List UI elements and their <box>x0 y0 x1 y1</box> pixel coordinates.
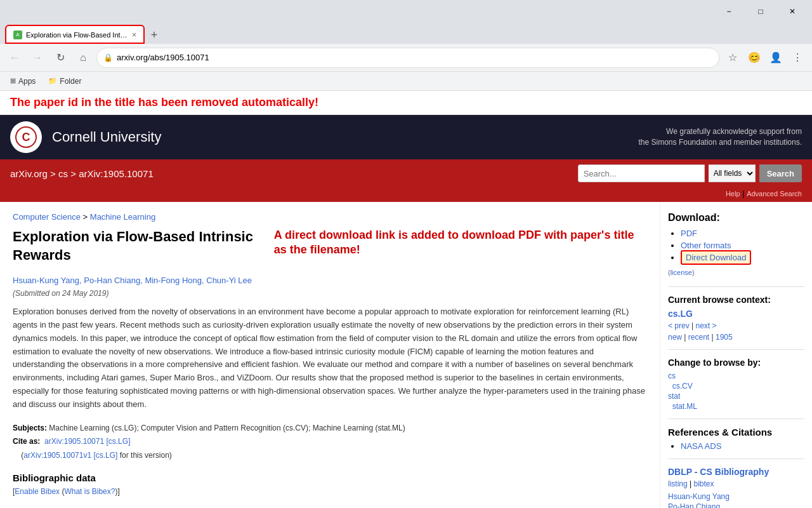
bookmark-folder[interactable]: 📁 Folder <box>46 76 84 87</box>
tab-title: Exploration via Flow-Based Intrin... <box>26 31 128 39</box>
main-area: Computer Science > Machine Learning Expl… <box>0 202 812 508</box>
cornell-name: Cornell University <box>52 129 161 145</box>
dblp-title: DBLP - CS Bibliography <box>668 467 804 477</box>
search-button[interactable]: Search <box>759 164 802 182</box>
home-button[interactable]: ⌂ <box>74 48 93 67</box>
new-link[interactable]: new <box>668 333 682 342</box>
cite-as-link[interactable]: arXiv:1905.10071 [cs.LG] <box>44 437 130 446</box>
direct-download-link[interactable]: Direct Download <box>686 253 746 262</box>
close-button[interactable]: ✕ <box>778 0 807 22</box>
prev-link[interactable]: < prev <box>668 321 690 330</box>
sidebar: Download: PDF Other formats Direct Downl… <box>660 202 812 508</box>
advanced-search-link[interactable]: Advanced Search <box>747 190 802 197</box>
license-link[interactable]: license <box>671 269 692 276</box>
cs-lg-link[interactable]: cs.LG <box>668 309 693 319</box>
forward-button[interactable]: → <box>28 48 47 67</box>
simons-support-text: We gratefully acknowledge support from t… <box>639 126 802 148</box>
nasa-ads-link[interactable]: NASA ADS <box>681 441 721 451</box>
stat-browse-link[interactable]: stat <box>668 392 804 401</box>
browse-nav-links: < prev | next > <box>668 321 804 330</box>
direct-download-item: Direct Download <box>681 253 804 262</box>
pdf-link[interactable]: PDF <box>681 229 697 238</box>
folder-icon: 📁 <box>48 77 57 85</box>
arxiv-header: C Cornell University We gratefully ackno… <box>0 115 812 202</box>
download-list: PDF Other formats Direct Download <box>668 229 804 262</box>
address-bar[interactable]: 🔒 <box>96 48 719 68</box>
breadcrumb-cs-link[interactable]: cs <box>58 168 68 179</box>
paper-title-row: Exploration via Flow-Based Intrinsic Rew… <box>13 228 647 269</box>
abstract: Exploration bonuses derived from the nov… <box>13 305 647 411</box>
subjects-row: Subjects: Machine Learning (cs.LG); Comp… <box>13 422 647 436</box>
apps-label: Apps <box>18 77 36 86</box>
extension-button[interactable]: 😊 <box>745 48 764 67</box>
dblp-author-1[interactable]: Hsuan-Kung Yang <box>668 492 804 501</box>
divider-2 <box>668 349 804 350</box>
cite-as-value: arXiv:1905.10071 [cs.LG] <box>43 437 131 446</box>
profile-button[interactable]: 👤 <box>766 48 785 67</box>
new-tab-button[interactable]: + <box>145 26 164 44</box>
divider-4 <box>668 458 804 459</box>
refresh-button[interactable]: ↻ <box>51 48 70 67</box>
notification-text: The paper id in the title has been remov… <box>10 96 318 109</box>
browse-period-links: new | recent | 1905 <box>668 333 804 342</box>
url-input[interactable] <box>117 53 712 62</box>
tab-close-button[interactable]: × <box>132 30 136 39</box>
maximize-button[interactable]: □ <box>746 0 775 22</box>
cite-as-note-row: (arXiv:1905.10071v1 [cs.LG] for this ver… <box>13 449 647 463</box>
nasa-ads-item: NASA ADS <box>681 441 804 451</box>
folder-label: Folder <box>60 77 81 86</box>
arxiv-breadcrumb: arXiv.org > cs > arXiv:1905.10071 <box>10 168 154 179</box>
pdf-item: PDF <box>681 229 804 238</box>
author-3-link[interactable]: Min-Fong Hong <box>145 276 202 285</box>
notification-bar: The paper id in the title has been remov… <box>0 91 812 115</box>
minimize-button[interactable]: − <box>714 0 743 22</box>
page-content: C Cornell University We gratefully ackno… <box>0 115 812 508</box>
paper-title: Exploration via Flow-Based Intrinsic Rew… <box>13 228 264 264</box>
bookmark-star-button[interactable]: ☆ <box>723 48 742 67</box>
dblp-listing-link[interactable]: listing <box>668 479 688 488</box>
search-input[interactable] <box>578 164 705 182</box>
year-link[interactable]: 1905 <box>716 333 733 342</box>
authors: Hsuan-Kung Yang, Po-Han Chiang, Min-Fong… <box>13 276 647 285</box>
author-1-link[interactable]: Hsuan-Kung Yang <box>13 276 79 285</box>
divider-1 <box>668 286 804 287</box>
dblp-bibtex-link[interactable]: bibtex <box>693 479 714 488</box>
search-fields-select[interactable]: All fields <box>709 164 756 182</box>
dblp-authors: Hsuan-Kung Yang Po-Han Chiang Min-Fong H… <box>668 492 804 508</box>
refs-list: NASA ADS <box>668 441 804 451</box>
license-text: (license) <box>668 269 804 276</box>
tab-favicon: A <box>13 30 22 39</box>
cs-cv-browse-link[interactable]: cs.CV <box>668 382 804 391</box>
cs-browse-link[interactable]: cs <box>668 371 804 380</box>
next-link[interactable]: next > <box>695 321 716 330</box>
window-controls: − □ ✕ <box>714 0 807 22</box>
bibex-row: [Enable Bibex (What is Bibex?)] <box>13 487 647 496</box>
favicon-icon: A <box>16 32 19 37</box>
breadcrumb-arxiv-link[interactable]: arXiv.org <box>10 168 48 179</box>
back-button[interactable]: ← <box>5 48 24 67</box>
enable-bibex-link[interactable]: Enable Bibex <box>15 487 60 496</box>
help-link[interactable]: Help <box>726 190 740 197</box>
author-4-link[interactable]: Chun-Yi Lee <box>206 276 252 285</box>
cs-link[interactable]: Computer Science <box>13 212 81 222</box>
dblp-author-2[interactable]: Po-Han Chiang <box>668 502 804 508</box>
cite-as-v1-link[interactable]: arXiv:1905.10071v1 [cs.LG] <box>23 451 117 460</box>
author-2-link[interactable]: Po-Han Chiang <box>84 276 140 285</box>
other-formats-link[interactable]: Other formats <box>681 241 731 250</box>
refs-citations-title: References & Citations <box>668 427 804 438</box>
recent-link[interactable]: recent <box>688 333 709 342</box>
ml-link[interactable]: Machine Learning <box>90 212 155 222</box>
change-browse-title: Change to browse by: <box>668 358 804 368</box>
active-tab[interactable]: A Exploration via Flow-Based Intrin... × <box>5 25 145 44</box>
breadcrumb-current: arXiv:1905.10071 <box>79 168 154 179</box>
svg-text:C: C <box>22 131 30 144</box>
stat-ml-browse-link[interactable]: stat.ML <box>668 402 804 411</box>
dblp-link[interactable]: DBLP - CS Bibliography <box>668 467 769 477</box>
what-is-bibex-link[interactable]: What is Bibex? <box>64 487 115 496</box>
arxiv-search-form: All fields Search <box>578 164 802 182</box>
toolbar-icons: ☆ 😊 👤 ⋮ <box>723 48 807 67</box>
titlebar: − □ ✕ <box>0 0 812 22</box>
bookmark-apps[interactable]: ⊞ Apps <box>8 76 38 87</box>
arxiv-help-bar: Help | Advanced Search <box>0 187 812 202</box>
menu-button[interactable]: ⋮ <box>788 48 807 67</box>
